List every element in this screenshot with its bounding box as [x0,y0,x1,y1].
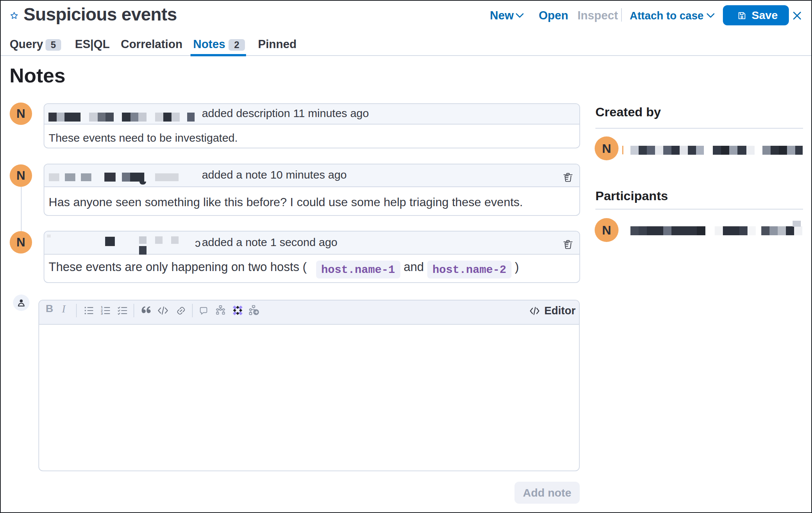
svg-text:3: 3 [101,312,103,315]
